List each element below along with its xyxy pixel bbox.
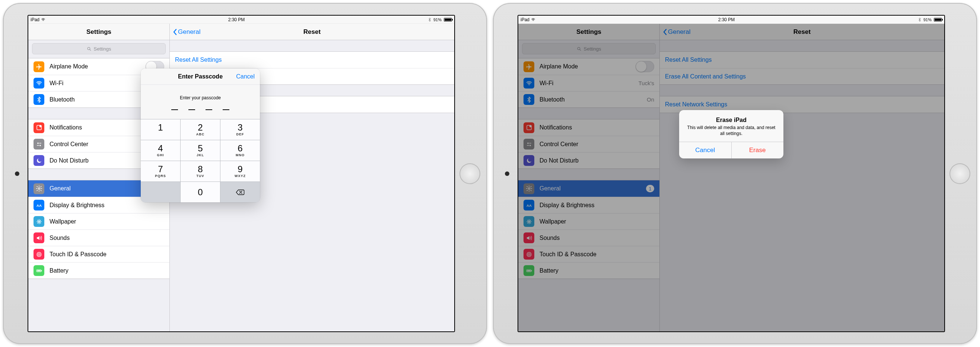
- modal-overlay: [518, 24, 944, 331]
- sidebar-item-sounds[interactable]: Sounds: [28, 230, 169, 246]
- battery-icon: [934, 18, 942, 22]
- moon-icon: [33, 155, 44, 166]
- keypad-6[interactable]: 6MNO: [220, 140, 260, 161]
- svg-point-6: [38, 188, 40, 190]
- aa-icon: AA: [33, 200, 44, 211]
- status-bar: iPad 2:30 PM 91%: [28, 16, 454, 24]
- camera-dot: [15, 171, 19, 176]
- sidebar-item-wallpaper[interactable]: Wallpaper: [28, 213, 169, 230]
- sidebar-item-label: Notifications: [49, 124, 82, 131]
- sidebar-item-label: Sounds: [49, 235, 70, 241]
- screen: iPad 2:30 PM 91% Settings Se: [517, 15, 945, 332]
- control-icon: [33, 139, 44, 149]
- alert-cancel-button[interactable]: Cancel: [679, 142, 731, 158]
- passcode-popover: Enter Passcode Cancel Enter your passcod…: [141, 68, 260, 202]
- bluetooth-icon: [33, 94, 44, 105]
- notify-icon: [33, 122, 44, 133]
- keypad-blank: [141, 182, 181, 202]
- svg-point-4: [37, 143, 39, 144]
- svg-point-0: [88, 47, 90, 50]
- keypad-2[interactable]: 2ABC: [181, 119, 220, 140]
- svg-point-11: [38, 254, 40, 255]
- airplane-icon: [33, 61, 44, 72]
- sidebar-nav: Settings: [28, 24, 169, 40]
- back-button[interactable]: General: [170, 28, 200, 36]
- bluetooth-icon: [918, 17, 922, 22]
- home-button[interactable]: [460, 163, 480, 184]
- svg-point-5: [40, 145, 41, 146]
- cancel-button[interactable]: Cancel: [236, 73, 255, 80]
- wifi-icon: [33, 78, 44, 89]
- back-label: General: [178, 28, 200, 36]
- sidebar-item-label: Bluetooth: [49, 96, 75, 103]
- battery-icon: [444, 18, 452, 22]
- flower-icon: [33, 216, 44, 227]
- battery-icon: [33, 265, 44, 276]
- search-icon: [87, 46, 92, 51]
- device-label: iPad: [520, 17, 530, 22]
- sidebar-item-battery[interactable]: Battery: [28, 262, 169, 279]
- keypad-5[interactable]: 5JKL: [181, 140, 220, 161]
- alert-message: This will delete all media and data, and…: [685, 125, 778, 136]
- ipad-device-right: iPad 2:30 PM 91% Settings Se: [493, 3, 977, 344]
- wifi-icon: [531, 17, 535, 22]
- svg-point-10: [38, 253, 41, 256]
- keypad-7[interactable]: 7PQRS: [141, 161, 181, 182]
- svg-point-8: [38, 221, 40, 222]
- sidebar-item-label: Airplane Mode: [49, 63, 88, 70]
- camera-dot: [505, 171, 509, 176]
- svg-rect-14: [37, 270, 40, 271]
- passcode-prompt: Enter your passcode: [141, 95, 260, 100]
- svg-point-3: [39, 125, 41, 127]
- passcode-dot: [223, 109, 229, 110]
- sidebar-title: Settings: [28, 28, 169, 36]
- sidebar-item-label: Control Center: [49, 141, 88, 147]
- bluetooth-icon: [428, 17, 432, 22]
- gear-icon: [33, 183, 44, 194]
- keypad-8[interactable]: 8TUV: [181, 161, 220, 182]
- passcode-dot: [171, 109, 178, 110]
- keypad-0[interactable]: 0: [181, 182, 220, 202]
- battery-label: 91%: [923, 17, 932, 22]
- passcode-dot: [205, 109, 212, 110]
- device-label: iPad: [30, 17, 40, 22]
- touchid-icon: [33, 249, 44, 260]
- sidebar-item-label: Wi-Fi: [49, 80, 63, 87]
- home-button[interactable]: [950, 163, 970, 184]
- sidebar-item-label: General: [49, 185, 71, 192]
- detail-nav: General Reset: [170, 24, 454, 40]
- backspace-icon: [235, 189, 245, 196]
- keypad-3[interactable]: 3DEF: [220, 119, 260, 140]
- sidebar-item-label: Touch ID & Passcode: [49, 251, 107, 258]
- status-bar: iPad 2:30 PM 91%: [518, 16, 944, 24]
- svg-point-1: [39, 84, 40, 85]
- sidebar-item-label: Wallpaper: [49, 218, 76, 225]
- screen: iPad 2:30 PM 91% Settings Se: [27, 15, 455, 332]
- reset-option-reset-all-settings[interactable]: Reset All Settings: [170, 52, 454, 68]
- wifi-icon: [41, 17, 45, 22]
- keypad-9[interactable]: 9WXYZ: [220, 161, 260, 182]
- clock: 2:30 PM: [535, 17, 918, 22]
- chevron-left-icon: [173, 29, 177, 35]
- battery-label: 91%: [433, 17, 442, 22]
- alert-erase-button[interactable]: Erase: [731, 142, 784, 158]
- clock: 2:30 PM: [45, 17, 428, 22]
- svg-rect-13: [41, 270, 42, 271]
- keypad-delete[interactable]: [220, 182, 260, 202]
- keypad-4[interactable]: 4GHI: [141, 140, 181, 161]
- popover-title: Enter Passcode: [178, 73, 223, 80]
- sidebar-item-label: Battery: [49, 268, 68, 274]
- speaker-icon: [33, 233, 44, 243]
- erase-alert: Erase iPad This will delete all media an…: [679, 110, 783, 158]
- keypad-1[interactable]: 1: [141, 119, 181, 140]
- sidebar-item-label: Display & Brightness: [49, 202, 105, 209]
- sidebar-item-label: Do Not Disturb: [49, 157, 89, 164]
- sidebar-item-touch-id-passcode[interactable]: Touch ID & Passcode: [28, 246, 169, 262]
- search-placeholder: Settings: [94, 46, 111, 52]
- ipad-device-left: iPad 2:30 PM 91% Settings Se: [3, 3, 487, 344]
- alert-title: Erase iPad: [685, 117, 778, 124]
- svg-text:AA: AA: [36, 203, 41, 207]
- detail-title: Reset: [170, 28, 454, 36]
- search-input[interactable]: Settings: [32, 43, 166, 54]
- passcode-dot: [188, 109, 195, 110]
